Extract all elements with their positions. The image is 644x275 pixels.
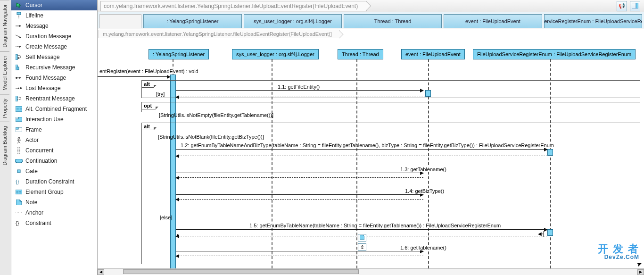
svg-rect-0 [17, 12, 21, 15]
pal-cursor[interactable]: Cursor [11, 0, 97, 10]
activation-enum-1[interactable] [547, 149, 553, 156]
announce-button[interactable]: 📢 [617, 1, 627, 11]
tab-diagram-backlog[interactable]: Diagram Backlog [0, 122, 9, 169]
return-1-6[interactable] [176, 256, 423, 256]
tab-enum[interactable]: FileUploadServiceRegisterEnum : FileUplo… [544, 14, 642, 28]
activation-event-1[interactable] [425, 90, 431, 97]
tab-model-explorer[interactable]: Model Explorer [0, 51, 9, 94]
float-resize-button[interactable]: ⇕ [358, 243, 366, 251]
pal-create-message[interactable]: Create Message [11, 42, 97, 52]
pal-element-group[interactable]: EGElement Group [11, 187, 97, 197]
pal-duration-constraint[interactable]: {}Duration Constraint [11, 176, 97, 187]
msg-1-4[interactable] [176, 194, 423, 195]
lifeline-logger[interactable]: sys_user_logger : org.slf4j.Logger [232, 49, 319, 59]
anchor-icon [15, 209, 23, 216]
pal-continuation[interactable]: Continuation [11, 156, 97, 166]
frag-label-opt: opt [141, 102, 156, 109]
tab-listener[interactable]: : YelangSpringListener [143, 14, 241, 28]
msg-1-6[interactable] [176, 251, 423, 251]
pal-duration-message[interactable]: Duration Message [11, 31, 97, 42]
tab-event[interactable]: event : FileUploadEvent [444, 14, 542, 28]
element-group-icon: EG [15, 189, 23, 195]
lost-message-icon [15, 85, 23, 92]
svg-rect-12 [16, 96, 17, 101]
float-note-button[interactable] [358, 234, 366, 242]
breadcrumb[interactable]: com.yelang.framework.event.listener.Yela… [100, 1, 367, 11]
msg-1-5[interactable] [176, 229, 547, 230]
svg-point-8 [16, 77, 17, 79]
create-message-icon [15, 43, 23, 50]
guard-opt: [StringUtils.isNotEmpty(fileEntity.getTa… [159, 112, 273, 118]
pal-lost-message[interactable]: Lost Message [11, 83, 97, 93]
return-1-3[interactable] [176, 177, 423, 178]
pal-self-message[interactable]: Self Message [11, 52, 97, 62]
reentrant-message-icon [15, 95, 23, 102]
selection-handle-left[interactable]: ◀┤ [538, 231, 545, 236]
tab-thread[interactable]: Thread : Thread [344, 14, 442, 28]
msg-1-6-label: 1.6: getTablename() [399, 245, 447, 250]
msg-1-2[interactable] [176, 149, 547, 150]
pal-frame[interactable]: Frame [11, 125, 97, 135]
svg-rect-7 [17, 67, 19, 70]
pal-found-message[interactable]: Found Message [11, 73, 97, 83]
guard-else: [else] [160, 215, 172, 220]
svg-rect-5 [16, 54, 17, 60]
layout-button[interactable] [630, 1, 640, 11]
msg-1-1[interactable] [176, 90, 423, 91]
inner-breadcrumb[interactable]: m.yelang.framework.event.listener.Yelang… [99, 29, 340, 39]
pal-actor[interactable]: Actor [11, 135, 97, 145]
pal-gate[interactable]: Gate [11, 166, 97, 176]
note-icon [360, 235, 364, 241]
svg-rect-18 [16, 127, 18, 129]
frame-icon [15, 126, 23, 133]
return-1-4[interactable] [176, 199, 423, 200]
tab-diagram-navigator[interactable]: Diagram Navigator [0, 0, 9, 51]
lifeline-thread[interactable]: Thread : Thread [338, 49, 383, 59]
selection-handle-start[interactable]: ▸ [177, 232, 179, 237]
pal-interaction-use[interactable]: Interaction Use [11, 114, 97, 125]
scroll-track[interactable] [104, 269, 637, 275]
pal-note[interactable]: Note [11, 197, 97, 208]
fragment-opt[interactable]: opt [141, 102, 640, 112]
activation-enum-2[interactable] [547, 229, 553, 236]
tab-blank[interactable] [99, 14, 141, 28]
cursor-icon [15, 2, 23, 8]
megaphone-icon: 📢 [619, 3, 625, 9]
msg-1-2-label: 1.2: getEnumByTableNameAndBizType(tableN… [180, 142, 555, 148]
horizontal-scrollbar[interactable]: ◀ ▶ [98, 268, 644, 275]
return-1-2[interactable] [176, 156, 547, 156]
side-tab-strip: Diagram Navigator Model Explorer Propert… [0, 0, 11, 275]
scroll-right-button[interactable]: ▶ [637, 269, 644, 275]
scroll-left-button[interactable]: ◀ [98, 269, 104, 275]
msg-1-4-label: 1.4: getBizType() [404, 188, 445, 194]
entry-arrow[interactable] [98, 76, 170, 77]
tab-property[interactable]: Property [0, 94, 9, 122]
pal-concurrent[interactable]: Concurrent [11, 145, 97, 156]
pal-message[interactable]: Message [11, 21, 97, 31]
diagram-canvas[interactable]: m.yelang.framework.event.listener.Yelang… [98, 28, 644, 268]
svg-rect-26 [15, 159, 23, 163]
pal-alt-fragment[interactable]: Alt. Combined Fragment [11, 104, 97, 114]
return-1-1[interactable] [176, 97, 425, 97]
pal-anchor[interactable]: Anchor [11, 208, 97, 218]
svg-rect-27 [17, 170, 20, 173]
main-area: com.yelang.framework.event.listener.Yela… [98, 0, 644, 275]
pal-lifeline[interactable]: Lifeline [11, 10, 97, 21]
fragment-alt-outer[interactable]: alt [try] [141, 80, 640, 98]
lifeline-enum[interactable]: FileUploadServiceRegisterEnum : FileUplo… [473, 49, 636, 59]
svg-text:EG: EG [17, 191, 21, 194]
pal-constraint[interactable]: {}Constraint [11, 218, 97, 228]
entry-message[interactable]: entRegister(event : FileUploadEvent) : v… [99, 68, 199, 74]
inner-breadcrumb-text: m.yelang.framework.event.listener.Yelang… [99, 30, 340, 38]
concurrent-icon [15, 147, 23, 154]
lifeline-listener[interactable]: : YelangSpringListener [149, 49, 209, 59]
pal-recursive-message[interactable]: Recursive Message [11, 62, 97, 73]
frag-divider [142, 213, 640, 213]
lifeline-event[interactable]: event : FileUploadEvent [401, 49, 465, 59]
pal-reentrant-message[interactable]: Reentrant Message [11, 93, 97, 104]
message-icon [15, 23, 23, 29]
scroll-thumb[interactable] [123, 269, 359, 274]
tab-logger[interactable]: sys_user_logger : org.slf4j.Logger [244, 14, 342, 28]
panel-icon [632, 3, 638, 9]
msg-1-3[interactable] [176, 173, 423, 173]
